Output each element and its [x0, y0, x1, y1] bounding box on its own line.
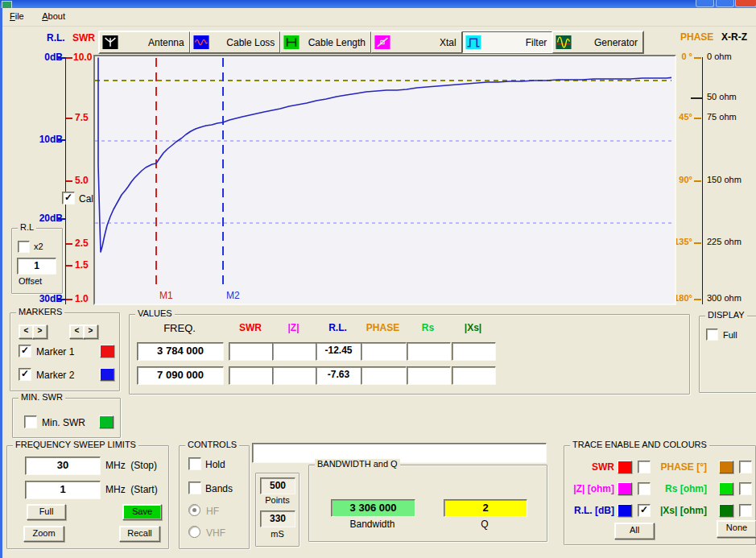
- trace-rl-color-swatch[interactable]: [618, 504, 632, 517]
- ohm-tick-label: 225 ohm: [707, 237, 742, 246]
- phase-axis-tick: [694, 242, 701, 244]
- cable-loss-mode-button[interactable]: Cable Loss: [190, 31, 281, 53]
- trace-phase-label: PHASE [°]: [642, 461, 707, 473]
- menu-file[interactable]: File: [2, 8, 31, 23]
- marker1-color-swatch[interactable]: [100, 345, 114, 358]
- stop-frequency-field[interactable]: 30: [25, 457, 101, 475]
- window-left-border: [0, 8, 2, 558]
- phase-column-header: PHASE: [361, 322, 405, 333]
- filter-mode-button[interactable]: Filter: [462, 31, 553, 53]
- display-group: DISPLAY Full: [699, 316, 756, 393]
- vhf-label: VHF: [206, 527, 225, 539]
- x2-checkbox[interactable]: [18, 241, 30, 253]
- rl-column-header: R.L.: [316, 322, 360, 333]
- rs-column-header: Rs: [407, 322, 449, 333]
- marker1-z-field: [272, 342, 316, 361]
- full-sweep-button[interactable]: Full: [27, 504, 66, 520]
- bands-label: Bands: [205, 483, 233, 494]
- bandwidth-group: BANDWIDTH and Q 3 306 000 Bandwidth 2 Q: [308, 465, 547, 542]
- generator-mode-button[interactable]: Generator: [552, 31, 643, 53]
- phase-axis-tick: [694, 180, 701, 182]
- xrz-axis-header: X-R-Z: [721, 31, 747, 43]
- zoom-button[interactable]: Zoom: [23, 526, 64, 542]
- values-group-title: VALUES: [135, 308, 175, 318]
- trace-all-button[interactable]: All: [614, 523, 655, 539]
- minimize-button[interactable]: [696, 0, 714, 7]
- offset-value-field[interactable]: 1: [17, 258, 56, 275]
- svg-text:M2: M2: [226, 290, 240, 300]
- markers-group-title: MARKERS: [16, 307, 64, 316]
- min-swr-checkbox[interactable]: [24, 415, 37, 428]
- antenna-icon: [102, 35, 118, 49]
- phase-axis-tick: [694, 57, 701, 59]
- chart-marker-m2: M2: [223, 58, 240, 300]
- interval-value-display: 330: [260, 510, 295, 527]
- vhf-radio[interactable]: [188, 526, 200, 538]
- db-axis-tick: [58, 139, 65, 141]
- save-button[interactable]: Save: [122, 504, 162, 520]
- marker2-swr-field: [229, 366, 274, 385]
- rl-axis-header: R.L.: [47, 32, 65, 43]
- trace-rs-color-swatch[interactable]: [719, 482, 733, 495]
- marker1-freq-field[interactable]: 3 784 000: [137, 342, 224, 361]
- z-column-header: |Z|: [272, 322, 315, 333]
- marker2-checkbox[interactable]: [19, 368, 31, 381]
- trace-phase-checkbox[interactable]: [739, 461, 752, 473]
- cal-checkbox[interactable]: [62, 192, 75, 205]
- marker2-label: Marker 2: [36, 370, 74, 381]
- start-frequency-field[interactable]: 1: [25, 481, 101, 499]
- min-swr-color-swatch[interactable]: [99, 415, 114, 428]
- trace-z-color-swatch[interactable]: [618, 482, 632, 495]
- marker1-checkbox[interactable]: [19, 345, 31, 358]
- db-axis-tick: [58, 299, 65, 300]
- trace-swr-color-swatch[interactable]: [618, 461, 632, 473]
- hold-checkbox[interactable]: [188, 457, 201, 470]
- start-frequency-label: MHz (Start): [105, 484, 158, 495]
- markers-group: MARKERS < > < > Marker 1 Marker 2: [10, 312, 120, 391]
- xtal-mode-button[interactable]: Xtal: [371, 31, 462, 53]
- cable-length-mode-button[interactable]: Cable Length: [280, 31, 371, 53]
- marker2-freq-field[interactable]: 7 090 000: [137, 366, 224, 385]
- menu-about[interactable]: About: [35, 8, 72, 23]
- marker1-next-button[interactable]: >: [32, 324, 48, 339]
- db-axis-tick: [58, 218, 65, 220]
- trace-xs-color-swatch[interactable]: [719, 504, 733, 517]
- bands-checkbox[interactable]: [188, 482, 201, 494]
- swr-axis-tick: [66, 243, 72, 245]
- trace-none-button[interactable]: None: [717, 520, 756, 538]
- ohm-tick-label: 50 ohm: [707, 92, 737, 101]
- chart-ref-lines: [95, 81, 671, 223]
- marker1-rs-field: [407, 342, 451, 361]
- marker2-next-button[interactable]: >: [83, 324, 98, 339]
- trace-enable-group-title: TRACE ENABLE AND COLOURS: [570, 440, 709, 449]
- xs-column-header: |Xs|: [452, 322, 494, 333]
- swr-axis-tick: [66, 180, 72, 182]
- hf-radio[interactable]: [188, 504, 200, 516]
- marker1-rl-field: -12.45: [316, 342, 361, 361]
- freq-column-header: FREQ.: [137, 322, 222, 334]
- swr-tick-label: 1.0: [75, 293, 89, 304]
- maximize-button[interactable]: [716, 0, 734, 7]
- rl-offset-group-title: R.L: [18, 222, 36, 232]
- trace-phase-color-swatch[interactable]: [719, 461, 733, 473]
- swr-axis-tick: [66, 57, 72, 59]
- trace-xs-checkbox[interactable]: [739, 504, 752, 517]
- min-swr-group: MIN. SWR Min. SWR: [12, 398, 121, 438]
- trace-rs-checkbox[interactable]: [739, 482, 752, 495]
- title-bar[interactable]: [0, 0, 756, 8]
- swr-axis-tick: [66, 299, 72, 300]
- trace-rs-label: Rs [ohm]: [642, 483, 707, 494]
- ohm-tick-label: 75 ohm: [707, 112, 737, 122]
- marker2-xs-field: [452, 366, 496, 385]
- sweep-chart-plot[interactable]: M1 M2: [93, 55, 676, 305]
- antenna-mode-button[interactable]: Antenna: [99, 31, 190, 53]
- xtal-icon: [374, 35, 390, 49]
- marker2-color-swatch[interactable]: [100, 368, 114, 381]
- db-axis-tick: [58, 57, 65, 59]
- marker1-phase-field: [361, 342, 407, 361]
- recall-button[interactable]: Recall: [119, 526, 160, 542]
- hf-label: HF: [206, 506, 219, 517]
- display-full-checkbox[interactable]: [706, 329, 718, 341]
- close-button[interactable]: [735, 0, 756, 7]
- controls-group: CONTROLS Hold Bands HF VHF: [179, 445, 250, 549]
